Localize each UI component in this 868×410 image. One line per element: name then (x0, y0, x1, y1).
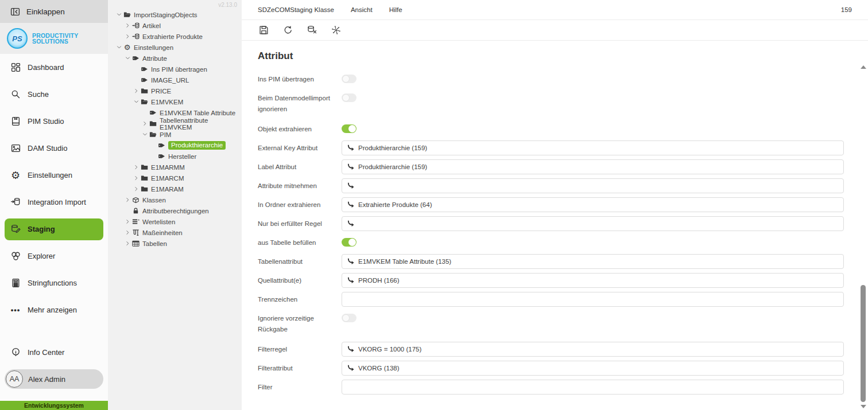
save-button[interactable] (257, 24, 270, 37)
quellattribut-e-input[interactable]: PRODH (166) (342, 273, 844, 288)
chevron-down-icon[interactable] (141, 131, 149, 138)
sidebar-item-label: Suche (28, 90, 49, 99)
form-row-filterattribut: FilterattributVKORG (138) (258, 361, 844, 376)
chevron-right-icon[interactable] (133, 163, 140, 171)
menubar: SDZeCOMStaging Klasse Ansicht Hilfe 159 (242, 0, 868, 20)
tree-node-klassen[interactable]: Klassen (108, 194, 242, 205)
menu-staging-klasse[interactable]: SDZeCOMStaging Klasse (258, 6, 334, 13)
tree-node-e1mvkem[interactable]: E1MVKEM (108, 96, 242, 107)
sidebar-item-einstellungen[interactable]: ⚙Einstellungen (0, 162, 108, 189)
sidebar-item-explorer[interactable]: Explorer (0, 243, 108, 270)
chevron-right-icon[interactable] (124, 22, 131, 29)
tree-node-produkthierarchie[interactable]: Produkthierarchie (108, 140, 242, 151)
toggle-knob (342, 75, 350, 83)
tree-node-e1maram[interactable]: E1MARAM (108, 183, 242, 194)
sidebar-item-dashboard[interactable]: Dashboard (0, 54, 108, 81)
tree-node-attribute[interactable]: Attribute (108, 53, 242, 64)
scrollbar-thumb[interactable] (861, 285, 866, 402)
tree-node-e1marcm[interactable]: E1MARCM (108, 173, 242, 183)
page-title: Attribut (258, 50, 868, 62)
field-label: Trennzeichen (258, 292, 342, 307)
tree-node-label: E1MARAM (151, 186, 184, 193)
scroll-down-arrow[interactable] (861, 405, 866, 408)
vertical-scrollbar[interactable] (859, 63, 867, 410)
chevron-right-icon[interactable] (124, 240, 131, 247)
beim-datenmodellimport-toggle[interactable] (342, 93, 356, 102)
form-row-label-attribut: Label AttributProdukthierarchie (159) (258, 159, 844, 174)
trennzeichen-input[interactable] (342, 292, 844, 307)
sidebar-item-dam-studio[interactable]: DAM Studio (0, 135, 108, 162)
folder-open-icon (141, 98, 148, 106)
tree-node-wertelisten[interactable]: Wertelisten (108, 216, 242, 227)
chevron-right-icon[interactable] (124, 218, 131, 225)
user-menu[interactable]: AA Alex Admin (5, 369, 103, 389)
revert-icon (283, 25, 293, 35)
save-icon (259, 25, 269, 35)
object-tree-panel: v2.13.0 ImportStagingObjectsArtikelExtra… (108, 0, 242, 410)
tree-node-label: Ins PIM übertragen (151, 66, 207, 73)
filterattribut-input[interactable]: VKORG (138) (342, 361, 844, 376)
tabellenattribut-input[interactable]: E1MVKEM Table Attribute (135) (342, 254, 844, 269)
external-key-attribut-input[interactable]: Produkthierarchie (159) (342, 140, 844, 155)
ins-pim-bertragen-toggle[interactable] (342, 75, 356, 83)
collapse-sidebar-button[interactable]: Einklappen (0, 0, 108, 23)
tree-node-pim[interactable]: PIM (108, 129, 242, 140)
folder-open-icon (149, 131, 157, 138)
in-ordner-extrahieren-input[interactable]: Extrahierte Produkte (64) (342, 197, 844, 212)
tree-node-ins-pim-bertragen[interactable]: Ins PIM übertragen (108, 64, 242, 75)
input-value: Extrahierte Produkte (64) (358, 201, 432, 208)
sidebar-item-stringfunctions[interactable]: Stringfunctions (0, 270, 108, 296)
tree-node-einstellungen[interactable]: ⚙Einstellungen (108, 42, 242, 53)
label-attribut-input[interactable]: Produkthierarchie (159) (342, 159, 844, 174)
chevron-down-icon[interactable] (124, 54, 131, 62)
chevron-right-icon[interactable] (141, 120, 149, 127)
aus-tabelle-bef-llen-toggle[interactable] (342, 238, 356, 247)
tree-node-artikel[interactable]: Artikel (108, 20, 242, 31)
attribute-mitnehmen-input[interactable] (342, 178, 844, 193)
chevron-right-icon[interactable] (133, 87, 140, 95)
tree-node-price[interactable]: PRICE (108, 85, 242, 96)
chevron-right-icon[interactable] (133, 185, 140, 193)
ignoriere-vorzeitige-toggle[interactable] (342, 314, 356, 322)
sidebar-item-info-center[interactable]: Info Center (0, 339, 108, 366)
tree-node-attributberechtigungen[interactable]: Attributberechtigungen (108, 205, 242, 216)
database-clear-button[interactable] (305, 24, 318, 37)
tree-node-ma-einheiten[interactable]: Maßeinheiten (108, 227, 242, 238)
sidebar-item-staging[interactable]: Staging (5, 218, 103, 240)
tree-node-tabellen[interactable]: Tabellen (108, 238, 242, 249)
tree-node-tabellenattribute-e1mvkem[interactable]: Tabellenattribute E1MVKEM (108, 118, 242, 129)
menu-hilfe[interactable]: Hilfe (389, 6, 402, 13)
revert-button[interactable] (281, 24, 294, 37)
reference-arrow-icon (347, 365, 354, 372)
nur-bei-erf-llter-regel-input[interactable] (342, 216, 844, 231)
scroll-up-arrow[interactable] (861, 65, 866, 69)
chevron-right-icon[interactable] (124, 196, 131, 204)
filter-input[interactable] (342, 380, 844, 395)
flatten-button[interactable] (330, 24, 342, 37)
chevron-right-icon[interactable] (133, 174, 140, 182)
tree-node-image-url[interactable]: IMAGE_URL (108, 75, 242, 85)
field-label: Ignoriere vorzeitigeRückgabe (258, 311, 342, 335)
filterregel-input[interactable]: VKORG = 1000 (175) (342, 342, 844, 357)
staging-icon (11, 224, 21, 234)
chevron-right-icon[interactable] (124, 229, 131, 236)
sidebar-item-mehr-anzeigen[interactable]: •••Mehr anzeigen (0, 296, 108, 323)
form-row-beim-datenmodellimport: Beim Datenmodellimportignorieren (258, 91, 844, 115)
sidebar-item-integration-import[interactable]: Integration Import (0, 189, 108, 216)
tree-node-extrahierte-produkte[interactable]: Extrahierte Produkte (108, 31, 242, 42)
tag-icon (141, 65, 148, 73)
tree-spacer (150, 142, 157, 149)
tree-node-e1marmm[interactable]: E1MARMM (108, 162, 242, 173)
chevron-right-icon[interactable] (124, 33, 131, 40)
tree-node-importstagingobjects[interactable]: ImportStagingObjects (108, 9, 242, 20)
attribute-form: Ins PIM übertragenBeim Datenmodellimport… (242, 72, 868, 395)
sidebar-item-suche[interactable]: Suche (0, 81, 108, 108)
chevron-down-icon[interactable] (115, 44, 123, 51)
tree-node-label: Attributberechtigungen (142, 208, 209, 214)
chevron-down-icon[interactable] (133, 98, 140, 106)
menu-ansicht[interactable]: Ansicht (351, 6, 373, 13)
tree-node-hersteller[interactable]: Hersteller (108, 151, 242, 162)
objekt-extrahieren-toggle[interactable] (342, 124, 356, 133)
chevron-down-icon[interactable] (115, 11, 123, 18)
sidebar-item-pim-studio[interactable]: PIM Studio (0, 108, 108, 135)
